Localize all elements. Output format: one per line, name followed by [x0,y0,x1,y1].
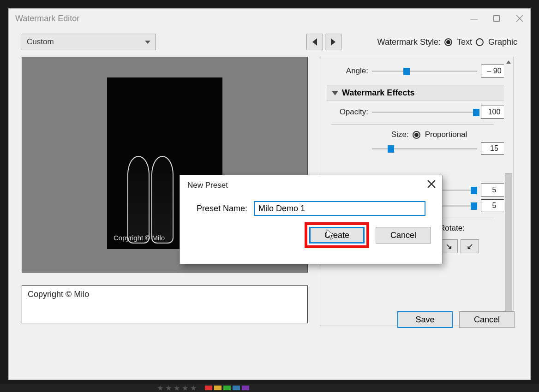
watermark-style-group: Watermark Style: Text Graphic [377,37,517,47]
create-button[interactable]: Create [309,227,365,244]
preset-name-input[interactable] [254,201,425,216]
effects-section-header[interactable]: Watermark Effects [327,85,508,101]
save-button[interactable]: Save [397,311,453,328]
effects-section-title: Watermark Effects [342,88,414,98]
prev-image-button[interactable] [306,34,323,50]
scroll-up-button[interactable] [504,57,513,66]
style-text-label: Text [457,37,472,47]
triangle-right-icon [331,38,335,46]
chevron-down-icon [145,41,150,44]
cancel-button[interactable]: Cancel [459,311,515,328]
os-taskbar: ★★★★★ [0,384,539,392]
close-window-button[interactable] [515,14,524,23]
watermark-style-label: Watermark Style: [377,37,441,47]
next-image-button[interactable] [325,34,341,50]
settings-scrollbar[interactable] [504,57,513,326]
preset-dropdown[interactable]: Custom [22,34,156,50]
dialog-cancel-button[interactable]: Cancel [376,227,431,244]
scroll-thumb[interactable] [505,173,512,316]
angle-label: Angle: [327,66,368,76]
opacity-label: Opacity: [327,107,368,117]
watermark-text-input[interactable]: Copyright © Milo [22,285,308,323]
watermark-editor-window: Watermark Editor Custom Watermark Style:… [8,8,531,380]
style-graphic-radio[interactable] [476,38,484,46]
cursor-icon [326,229,335,242]
preset-dropdown-value: Custom [27,37,54,47]
size-slider[interactable] [372,144,477,153]
maximize-button[interactable] [493,15,500,22]
rating-stars-icon: ★★★★★ [157,384,198,392]
preset-name-label: Preset Name: [197,204,247,214]
dialog-close-button[interactable] [427,180,436,190]
glass-shape [127,156,150,244]
new-preset-dialog: New Preset Preset Name: Create Cancel [180,175,443,264]
minimize-button[interactable] [470,17,478,20]
size-label: Size: [367,130,409,139]
dialog-title: New Preset [180,175,442,196]
rotate-cw-button[interactable]: ↙ [461,239,479,253]
window-title: Watermark Editor [15,14,79,24]
style-graphic-label: Graphic [488,37,517,47]
size-mode-label: Proportional [425,130,467,139]
triangle-left-icon [312,38,317,46]
watermark-preview-text: Copyright © Milo [114,234,165,242]
style-text-radio[interactable] [444,38,452,46]
rotate-label: Rotate: [439,224,479,233]
opacity-slider[interactable] [372,108,477,116]
window-buttons [470,14,524,23]
glass-shape [151,156,174,244]
angle-slider[interactable] [372,67,477,75]
titlebar: Watermark Editor [9,9,530,28]
disclosure-triangle-icon [332,91,338,95]
size-proportional-radio[interactable] [413,131,420,139]
